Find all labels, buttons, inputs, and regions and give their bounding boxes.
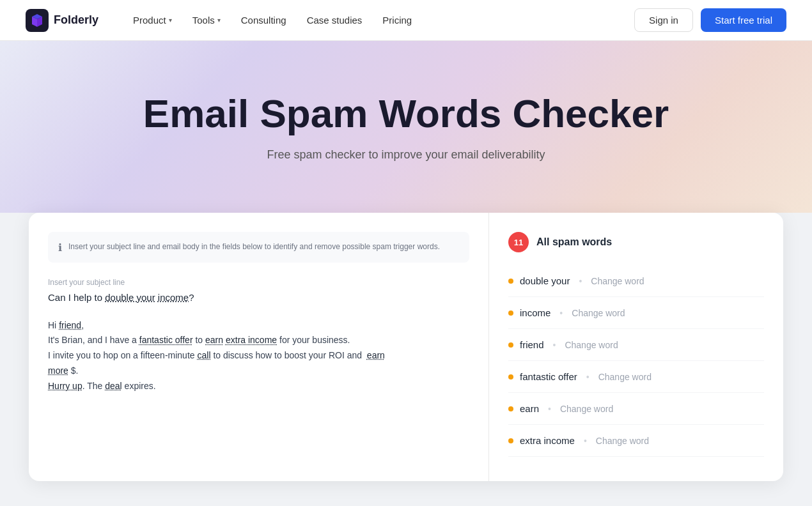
logo-link[interactable]: Folderly — [26, 9, 98, 32]
tool-container: ℹ Insert your subject line and email bod… — [29, 213, 783, 481]
spam-highlight-extra-income: extra income — [226, 335, 277, 345]
right-panel: 11 All spam words double your • Change w… — [489, 213, 783, 481]
navbar-nav: Product ▾ Tools ▾ Consulting Case studie… — [124, 10, 634, 31]
spam-highlight-earn: earn — [205, 335, 223, 345]
spam-dot-1 — [508, 310, 513, 316]
spam-highlight-earn-more: earnmore — [48, 350, 385, 376]
change-word-link-5[interactable]: Change word — [596, 436, 649, 446]
change-word-link-3[interactable]: Change word — [598, 372, 652, 382]
nav-item-case-studies[interactable]: Case studies — [298, 10, 371, 31]
spam-word-text-3: fantastic offer — [520, 371, 577, 382]
email-body: Hi friend, It's Brian, and I have a fant… — [48, 318, 469, 394]
hero-subtitle: Free spam checker to improve your email … — [26, 148, 786, 162]
chevron-down-icon-product: ▾ — [169, 17, 172, 24]
spam-header-title: All spam words — [536, 236, 612, 248]
spam-highlight-fantastic-offer: fantastic offer — [139, 335, 193, 345]
spam-item-5: extra income • Change word — [508, 425, 764, 457]
spam-item-4: earn • Change word — [508, 393, 764, 425]
spam-item-0: double your • Change word — [508, 265, 764, 297]
spam-dot-3 — [508, 374, 513, 379]
change-word-link-0[interactable]: Change word — [591, 276, 644, 286]
spam-highlight-call: call — [197, 350, 210, 360]
navbar: Folderly Product ▾ Tools ▾ Consulting Ca… — [0, 0, 812, 41]
spam-highlight-deal: deal — [105, 381, 121, 391]
nav-label-case-studies: Case studies — [307, 15, 363, 26]
spam-item-3: fantastic offer • Change word — [508, 361, 764, 393]
spam-word-text-0: double your — [520, 275, 570, 286]
nav-item-consulting[interactable]: Consulting — [232, 10, 295, 31]
spam-dot-4 — [508, 406, 513, 411]
signin-button[interactable]: Sign in — [634, 8, 693, 32]
left-panel: ℹ Insert your subject line and email bod… — [29, 213, 489, 481]
nav-label-pricing: Pricing — [382, 15, 412, 26]
start-trial-button[interactable]: Start free trial — [701, 8, 786, 32]
separator-2: • — [553, 340, 556, 350]
spam-word-text-5: extra income — [520, 435, 575, 446]
spam-item-1: income • Change word — [508, 297, 764, 329]
main-content: ℹ Insert your subject line and email bod… — [0, 213, 812, 506]
separator-0: • — [579, 276, 582, 286]
nav-label-product: Product — [133, 15, 166, 26]
navbar-actions: Sign in Start free trial — [634, 8, 786, 32]
logo-icon — [26, 9, 49, 32]
spam-dot-2 — [508, 342, 513, 348]
separator-4: • — [548, 404, 551, 414]
info-box: ℹ Insert your subject line and email bod… — [48, 232, 469, 263]
separator-3: • — [586, 372, 589, 382]
spam-header: 11 All spam words — [508, 232, 764, 252]
separator-1: • — [559, 308, 563, 318]
subject-label: Insert your subject line — [48, 278, 469, 287]
spam-list: double your • Change word income • Chang… — [508, 265, 764, 457]
spam-word-text-4: earn — [520, 403, 539, 414]
nav-label-consulting: Consulting — [241, 15, 286, 26]
chevron-down-icon-tools: ▾ — [217, 17, 221, 24]
logo-text: Folderly — [54, 13, 98, 27]
hero-title: Email Spam Words Checker — [118, 92, 694, 135]
separator-5: • — [584, 436, 587, 446]
nav-item-tools[interactable]: Tools ▾ — [183, 10, 230, 31]
nav-label-tools: Tools — [192, 15, 215, 26]
nav-item-product[interactable]: Product ▾ — [124, 10, 181, 31]
spam-count-badge: 11 — [508, 232, 529, 252]
subject-line: Can I help to double your income? — [48, 291, 469, 305]
spam-dot-0 — [508, 279, 513, 284]
info-icon: ℹ — [58, 241, 62, 254]
change-word-link-1[interactable]: Change word — [572, 308, 625, 318]
change-word-link-2[interactable]: Change word — [565, 340, 618, 350]
spam-item-2: friend • Change word — [508, 329, 764, 361]
spam-word-text-2: friend — [520, 339, 544, 350]
nav-item-pricing[interactable]: Pricing — [373, 10, 421, 31]
spam-highlight-hurry-up: Hurry up — [48, 381, 82, 391]
spam-highlight-double-your: double your — [105, 292, 155, 303]
spam-highlight-income: income — [158, 292, 189, 303]
change-word-link-4[interactable]: Change word — [560, 404, 613, 414]
info-text: Insert your subject line and email body … — [68, 241, 440, 254]
spam-highlight-friend: friend — [59, 320, 81, 330]
spam-dot-5 — [508, 438, 513, 443]
spam-word-text-1: income — [520, 307, 550, 318]
